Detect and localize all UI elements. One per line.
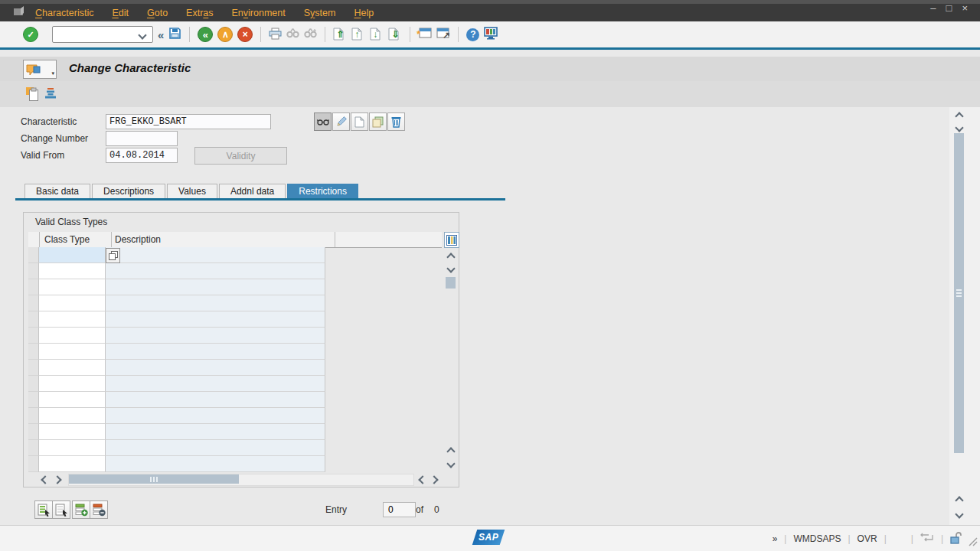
find-icon[interactable] (286, 28, 299, 41)
table-scroll-right-icon[interactable] (52, 474, 65, 485)
close-button[interactable]: × (962, 2, 968, 14)
table-scroll-down-bottom-icon[interactable] (444, 459, 457, 471)
class-type-cell[interactable] (39, 344, 106, 360)
class-type-cell[interactable] (39, 311, 106, 328)
print-icon[interactable] (269, 28, 282, 42)
table-scroll-up-icon[interactable] (444, 250, 457, 262)
row-select-cell[interactable] (28, 328, 39, 344)
delete-icon[interactable] (387, 112, 405, 131)
status-overflow-icon[interactable]: » (773, 533, 778, 544)
status-insert-mode[interactable]: OVR (858, 533, 877, 544)
tab-addnl-data[interactable]: Addnl data (219, 184, 286, 198)
main-scrollbar-thumb[interactable] (954, 133, 964, 453)
menu-system[interactable]: System (304, 8, 336, 18)
command-field[interactable] (52, 26, 153, 43)
class-type-cell[interactable] (39, 328, 106, 344)
table-scroll-left-end-icon[interactable] (415, 474, 428, 485)
change-number-input[interactable] (106, 131, 178, 146)
row-select-cell[interactable] (28, 424, 39, 440)
delete-row-icon[interactable] (90, 500, 108, 519)
characteristic-input[interactable] (106, 114, 271, 129)
class-type-cell[interactable] (39, 247, 106, 263)
valid-from-input[interactable] (106, 148, 178, 163)
column-header-description[interactable]: Description (112, 232, 335, 247)
menu-goto[interactable]: Goto (147, 8, 168, 18)
row-select-cell[interactable] (28, 279, 39, 295)
table-settings-icon[interactable] (444, 232, 459, 248)
class-type-cell[interactable] (39, 408, 106, 424)
table-horizontal-scrollbar-thumb[interactable] (69, 474, 239, 484)
dropdown-arrow-icon[interactable]: ▾ (51, 70, 54, 77)
validity-button[interactable]: Validity (194, 147, 287, 165)
menu-characteristic[interactable]: Characteristic (35, 8, 93, 18)
system-menu-icon[interactable] (13, 5, 27, 18)
new-session-icon[interactable]: * (418, 28, 432, 41)
class-type-cell[interactable] (39, 376, 106, 392)
row-select-cell[interactable] (28, 360, 39, 376)
table-scroll-up-bottom-icon[interactable] (444, 445, 457, 456)
menu-help[interactable]: Help (354, 8, 374, 18)
table-horizontal-scrollbar-track[interactable] (68, 474, 414, 486)
table-vertical-scrollbar-thumb[interactable] (446, 277, 456, 289)
row-select-cell[interactable] (28, 311, 39, 328)
minimize-button[interactable]: – (930, 2, 936, 14)
tab-restrictions[interactable]: Restrictions (287, 184, 358, 198)
first-page-icon[interactable]: ⇑ (333, 28, 347, 41)
last-page-icon[interactable]: ⇓ (388, 28, 402, 41)
insert-row-icon[interactable] (72, 500, 90, 519)
table-scroll-right-end-icon[interactable] (429, 474, 442, 485)
row-select-cell[interactable] (28, 456, 39, 472)
edit-icon[interactable] (332, 112, 350, 131)
column-header-class-type[interactable]: Class Type (40, 232, 112, 247)
gui-settings-icon[interactable] (484, 27, 498, 42)
save-icon[interactable] (168, 27, 181, 42)
help-icon[interactable]: ? (466, 28, 479, 41)
row-select-cell[interactable] (28, 392, 39, 408)
cancel-icon[interactable]: × (237, 27, 253, 42)
tab-basic-data[interactable]: Basic data (24, 184, 90, 198)
row-select-cell[interactable] (28, 376, 39, 392)
possible-entries-icon[interactable] (106, 248, 120, 263)
table-scroll-down-icon[interactable] (444, 264, 457, 276)
tab-values[interactable]: Values (167, 184, 217, 198)
copy-icon[interactable] (369, 112, 387, 131)
row-select-cell[interactable] (28, 408, 39, 424)
command-input[interactable] (55, 28, 139, 41)
exit-icon[interactable]: ∧ (217, 27, 233, 42)
main-scroll-up-icon[interactable] (952, 109, 965, 121)
status-system-id[interactable]: WMDSAPS (793, 533, 841, 544)
services-for-object-button[interactable]: ▾ (23, 60, 57, 79)
enter-icon[interactable]: ✓ (23, 27, 38, 42)
row-select-cell[interactable] (28, 295, 39, 311)
entry-number-input[interactable] (383, 502, 416, 517)
collapse-toolbar-icon[interactable]: « (158, 28, 164, 41)
class-type-cell[interactable] (39, 279, 106, 295)
sort-icon[interactable] (44, 88, 57, 103)
table-scroll-left-icon[interactable] (38, 474, 51, 485)
row-select-cell[interactable] (28, 440, 39, 456)
back-icon[interactable]: « (198, 27, 213, 42)
class-type-cell[interactable] (39, 263, 106, 279)
select-all-rows-icon[interactable] (34, 500, 53, 519)
lock-object-icon[interactable] (26, 87, 39, 104)
menu-environment[interactable]: Environment (232, 8, 286, 18)
display-icon[interactable] (314, 112, 332, 131)
create-icon[interactable] (351, 112, 368, 131)
chevron-down-icon[interactable] (138, 31, 146, 39)
main-scroll-up-bottom-icon[interactable] (952, 494, 965, 505)
find-next-icon[interactable] (304, 28, 317, 41)
main-scroll-down-bottom-icon[interactable] (952, 510, 965, 521)
row-select-cell[interactable] (28, 247, 39, 263)
resize-grip-icon[interactable] (968, 536, 978, 549)
class-type-cell[interactable] (39, 456, 106, 472)
class-type-cell[interactable] (39, 360, 106, 376)
class-type-cell[interactable] (39, 424, 106, 440)
create-shortcut-icon[interactable]: ↗ (436, 28, 450, 41)
class-type-cell[interactable] (39, 440, 106, 456)
class-type-cell[interactable] (39, 392, 106, 408)
tab-descriptions[interactable]: Descriptions (92, 184, 165, 198)
row-select-cell[interactable] (28, 263, 39, 279)
menu-edit[interactable]: Edit (112, 8, 129, 18)
maximize-button[interactable]: □ (946, 2, 952, 14)
class-type-cell[interactable] (39, 295, 106, 311)
